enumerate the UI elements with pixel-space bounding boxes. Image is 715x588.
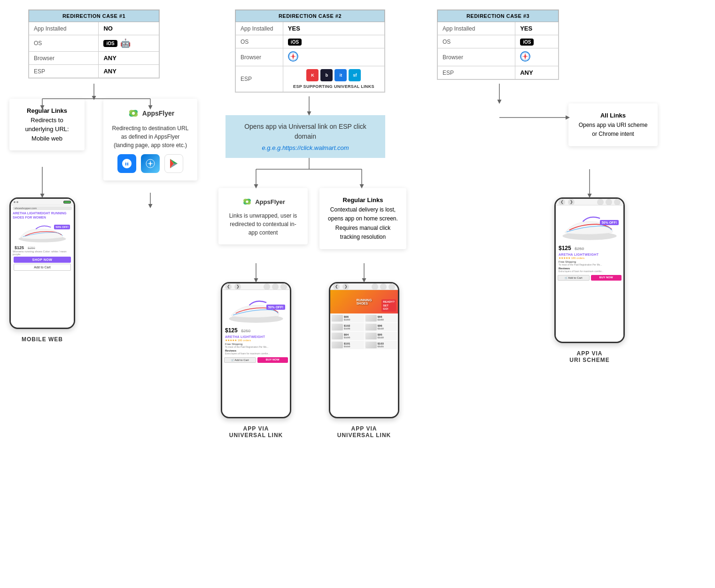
phone-label-univ-left: APP VIAUNIVERSAL LINK xyxy=(221,425,291,439)
appsflyer-logo-1: AppsFlyer xyxy=(111,106,190,120)
phone-app-universal-left: ❮ ❯ 50% OFF! $125 xyxy=(221,282,291,418)
shipping-detail-3: To most of the Paid Registration Per Mo.… xyxy=(222,345,290,349)
running-shoes-hero: RUNNINGSHOES READY?SETGO! xyxy=(330,290,398,314)
phone-header-mobile-web xyxy=(11,199,74,205)
rs-img-5 xyxy=(332,333,343,339)
rs-img-2 xyxy=(365,315,377,321)
case1-title: REDIRECTION CASE #1 xyxy=(29,10,159,22)
esp-logo-braze: b xyxy=(320,69,333,81)
esp-logo-salesforce: sf xyxy=(349,69,361,81)
case3-row2-os: iOS xyxy=(515,35,559,48)
safari-icon-2 xyxy=(288,51,298,62)
case1-row1-value: NO xyxy=(99,22,159,35)
svg-point-10 xyxy=(132,112,135,115)
case1-regular-links-title: Regular Links xyxy=(27,107,67,114)
case3-row4-label: ESP xyxy=(438,66,515,79)
phone-icon-5 xyxy=(380,283,387,290)
appsflyer-leaf-icon-2 xyxy=(241,196,253,208)
esp-logo-klaviyo: K xyxy=(306,69,319,81)
safari-store-icon xyxy=(141,154,160,173)
case1-row4-value: ANY xyxy=(99,65,159,78)
rs-img-1 xyxy=(332,315,343,321)
cart-icon-3: 🛒 xyxy=(231,359,234,361)
ios-badge-3: iOS xyxy=(520,39,534,46)
add-to-cart-button[interactable]: Add to Cart xyxy=(14,264,71,271)
rs-hero-text: RUNNINGSHOES xyxy=(355,297,374,307)
case1-row2-label: OS xyxy=(29,35,99,52)
phone-app-universal-right: ❮ ❯ RUNNINGSHOES READY?SETGO! xyxy=(329,282,399,418)
phone-screen-uri: ❮ ❯ 50% OFF! $125 xyxy=(556,199,623,342)
phone-battery xyxy=(63,201,71,204)
rs-item-3: $102$105 xyxy=(331,323,364,331)
phone-nav-left: ❮ ❯ xyxy=(225,283,241,290)
rs-item-8: $103$121 xyxy=(365,341,398,349)
case2-row3-safari xyxy=(283,48,384,66)
product-price-old: $250 xyxy=(26,246,35,250)
phone-icon-uri-1 xyxy=(597,199,604,205)
store-icons-row xyxy=(111,154,190,173)
rs-item-6: $95$119 xyxy=(365,332,398,340)
case1-table: REDIRECTION CASE #1 App Installed NO OS … xyxy=(28,9,160,78)
universal-link-box: Opens app via Universal link on ESP clic… xyxy=(225,115,385,158)
cart-icon-uri: 🛒 xyxy=(565,276,567,279)
phone-app-uri: ❮ ❯ 50% OFF! $125 xyxy=(554,197,625,343)
phone-btn-row-3: 🛒 Add to Cart BUY NOW xyxy=(222,356,290,364)
phone-icon-4 xyxy=(372,283,378,290)
nav-back-btn: ❮ xyxy=(225,283,232,290)
case3-title: REDIRECTION CASE #3 xyxy=(438,10,559,22)
nav-back-uri: ❮ xyxy=(559,199,565,205)
case3-all-links-box: All Links Opens app via URI scheme or Ch… xyxy=(568,103,658,146)
shoe-image xyxy=(11,220,74,245)
google-play-icon xyxy=(164,154,183,173)
universal-link-url: e.g.https://click.walmart.com xyxy=(272,144,349,151)
product-price-old-3: $250 xyxy=(241,329,250,333)
rs-price-3: $102$105 xyxy=(344,324,350,330)
svg-point-21 xyxy=(246,200,249,203)
phone-screen-universal-right: ❮ ❯ RUNNINGSHOES READY?SETGO! xyxy=(330,283,398,417)
esp-logo-iterable: it xyxy=(334,69,347,81)
buy-now-btn-3[interactable]: BUY NOW xyxy=(257,357,288,363)
case2-row2-os: iOS xyxy=(283,35,384,48)
add-to-cart-btn-3[interactable]: 🛒 Add to Cart xyxy=(224,357,256,363)
nav-back-btn-2: ❮ xyxy=(333,283,340,290)
case1-appsflyer-body: Redirecting to destination URL as define… xyxy=(111,124,190,149)
case1-appsflyer-box: AppsFlyer Redirecting to destination URL… xyxy=(103,99,197,180)
add-to-cart-btn-uri[interactable]: 🛒 Add to Cart xyxy=(558,275,590,281)
case3-row3-label: Browser xyxy=(438,48,515,66)
rs-item-5: $64$100 xyxy=(331,332,364,340)
rs-item-2: $66$160 xyxy=(365,314,398,322)
rs-price-2: $66$160 xyxy=(378,315,384,321)
reviews-detail-uri: Extra layers of foam for maximum comfor.… xyxy=(556,270,623,273)
product-title-uri: ARETHA LIGHTWEIGHT xyxy=(556,253,623,256)
product-price-new: $125 xyxy=(13,245,24,250)
case3-all-links-body: Opens app via URI scheme or Chrome inten… xyxy=(579,122,648,138)
case3-all-links-title: All Links xyxy=(600,112,626,119)
rs-price-6: $95$119 xyxy=(378,333,384,339)
nav-forward-btn-2: ❯ xyxy=(342,283,349,290)
universal-link-title: Opens app via Universal link on ESP clic… xyxy=(235,122,376,141)
nav-forward-btn: ❯ xyxy=(234,283,241,290)
product-stars-3: ★★★★★ 186 orders xyxy=(222,338,290,342)
product-desc: Womens running shoes Color: white / neon… xyxy=(11,250,74,256)
buy-now-btn-uri[interactable]: BUY NOW xyxy=(591,275,622,281)
case2-table: REDIRECTION CASE #2 App Installed YES OS… xyxy=(235,9,385,93)
case2-regular-links-box: Regular Links Contextual delivery is los… xyxy=(319,188,406,249)
phone-icon-uri-3 xyxy=(614,199,621,205)
case2-row4-esp: K b it sf ESP SUPPORTING UNIVERSAL LINKS xyxy=(283,66,384,92)
rs-item-4: $96$110 xyxy=(365,323,398,331)
case1-row2-os: iOS 🤖 xyxy=(99,35,159,52)
rs-img-7 xyxy=(332,342,343,348)
case3-row4-value: ANY xyxy=(515,66,559,79)
shop-now-button[interactable]: SHOP NOW xyxy=(14,257,71,263)
product-title-3: ARETHA LIGHTWEIGHT xyxy=(222,335,290,338)
rs-img-4 xyxy=(365,324,377,330)
product-price-uri: $125 xyxy=(559,245,571,251)
case3-table: REDIRECTION CASE #3 App Installed YES OS… xyxy=(437,9,559,80)
svg-marker-13 xyxy=(147,163,154,165)
nav-fwd-uri: ❯ xyxy=(568,199,575,205)
rs-price-8: $103$121 xyxy=(378,342,384,348)
case1-regular-links-box: Regular Links Redirects to underlying UR… xyxy=(9,99,85,150)
case3-row3-safari xyxy=(515,48,559,66)
cart-label-3: Add to Cart xyxy=(234,359,249,361)
phone-screen-mobile-web: shoeshopper.com ARETHA LIGHTWEIGHT RUNNI… xyxy=(11,199,74,328)
